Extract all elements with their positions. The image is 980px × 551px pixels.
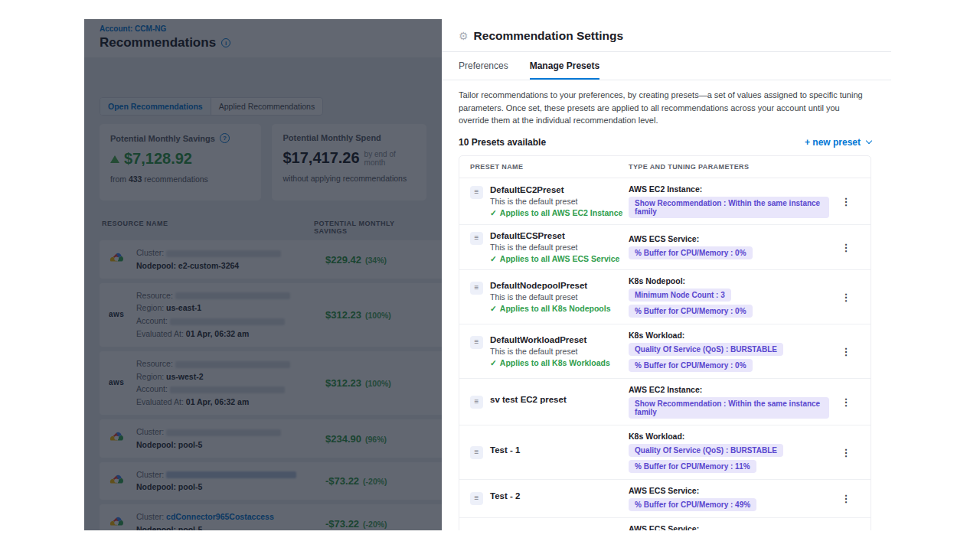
drag-handle-icon[interactable]: ≡ — [470, 232, 483, 245]
presets-table: PRESET NAME TYPE AND TUNING PARAMETERS ≡… — [459, 155, 871, 531]
drag-handle-icon[interactable]: ≡ — [470, 282, 483, 295]
recommendation-row[interactable]: awsResource: Region: us-west-2Account: E… — [100, 351, 442, 415]
preset-description: This is the default preset — [490, 243, 619, 252]
preset-name-block: DefaultECSPresetThis is the default pres… — [490, 231, 619, 263]
kebab-menu-button[interactable]: ⋮ — [841, 493, 851, 504]
preset-name-cell: ≡DefaultEC2PresetThis is the default pre… — [470, 185, 629, 217]
savings-amount: $229.42 — [325, 254, 361, 266]
preset-name: DefaultECSPreset — [490, 231, 619, 240]
gcp-cloud-icon — [109, 431, 124, 445]
savings-amount: -$73.22 — [325, 475, 359, 487]
preset-name-cell: ≡Test - 1 — [470, 445, 629, 459]
preset-row[interactable]: ≡DefaultEC2PresetThis is the default pre… — [459, 178, 871, 225]
preset-description: This is the default preset — [490, 197, 622, 206]
kebab-menu-button[interactable]: ⋮ — [841, 196, 851, 207]
preset-row[interactable]: ≡Test - 1K8s Workload:Quality Of Service… — [459, 425, 871, 480]
preset-type-cell: AWS EC2 Instance:Show Recommendation : W… — [629, 184, 829, 218]
preset-name-block: DefaultNodepoolPresetThis is the default… — [490, 281, 611, 313]
resource-detail-line: Nodepool: pool-5 — [136, 481, 325, 494]
spend-amount: $17,417.26 — [283, 149, 359, 167]
new-preset-button[interactable]: + new preset — [805, 137, 871, 148]
detail-label: Account: — [136, 316, 170, 325]
preset-type-cell: AWS ECS Service:% Buffer for CPU/Memory … — [629, 486, 829, 511]
detail-label: Nodepool: — [136, 440, 178, 449]
cluster-link[interactable]: cdConnector965Costaccess — [166, 512, 274, 521]
resource-detail-line: Resource: — [136, 289, 325, 302]
redacted-value — [166, 250, 281, 257]
savings-amount: $312.23 — [325, 309, 361, 321]
preset-row[interactable]: ≡sv test EC2 presetAWS EC2 Instance:Show… — [459, 379, 871, 425]
detail-label: Cluster: — [136, 248, 166, 257]
preset-name-cell: ≡sv test EC2 preset — [470, 395, 629, 409]
tab-applied-recommendations[interactable]: Applied Recommendations — [211, 98, 323, 115]
detail-value: pool-5 — [178, 440, 203, 449]
preset-type-label: AWS EC2 Instance: — [629, 385, 829, 394]
row-actions-cell: ⋮ — [829, 395, 863, 409]
settings-title: Recommendation Settings — [474, 29, 624, 43]
kebab-menu-button[interactable]: ⋮ — [841, 447, 851, 458]
spend-card-label: Potential Monthly Spend — [283, 133, 381, 142]
savings-amount: $312.23 — [325, 377, 361, 389]
preset-name-block: Test - 2 — [490, 491, 520, 500]
preset-row[interactable]: ≡DefaultNodepoolPresetThis is the defaul… — [459, 270, 871, 324]
detail-value: us-east-1 — [166, 303, 201, 312]
savings-cell: $234.90(96%) — [325, 432, 387, 445]
preset-name: DefaultEC2Preset — [490, 185, 622, 194]
row-actions-cell: ⋮ — [829, 240, 863, 254]
preset-name-block: Test - 3 — [490, 530, 520, 530]
tab-preferences[interactable]: Preferences — [459, 60, 508, 80]
preset-row[interactable]: ≡Test - 3AWS ECS Service:% Buffer for CP… — [459, 518, 871, 531]
spend-amount-suffix: by end of month — [364, 150, 416, 167]
detail-label: Nodepool: — [136, 482, 178, 491]
tuning-chip: % Buffer for CPU/Memory : 49% — [629, 498, 756, 511]
detail-label: Region: — [136, 303, 166, 312]
tuning-chip: Quality Of Service (QoS) : BURSTABLE — [629, 444, 783, 457]
preset-description: This is the default preset — [490, 347, 610, 356]
recommendations-page: Account: CCM-NG Recommendations i Open R… — [84, 19, 442, 530]
redacted-value — [166, 429, 281, 436]
drag-handle-icon[interactable]: ≡ — [470, 336, 483, 349]
preset-type-label: K8s Nodepool: — [629, 276, 829, 285]
kebab-menu-button[interactable]: ⋮ — [841, 292, 851, 303]
preset-row[interactable]: ≡DefaultECSPresetThis is the default pre… — [459, 225, 871, 270]
preset-row[interactable]: ≡DefaultWorkloadPresetThis is the defaul… — [459, 324, 871, 379]
resource-detail-line: Region: us-east-1 — [136, 302, 325, 315]
preset-row[interactable]: ≡Test - 2AWS ECS Service:% Buffer for CP… — [459, 480, 871, 518]
preset-type-label: K8s Workload: — [629, 432, 829, 441]
savings-amount: -$73.22 — [325, 518, 359, 530]
potential-monthly-savings-card: Potential Monthly Savings ? $7,128.92 fr… — [100, 124, 261, 201]
savings-subtext: from 433 recommendations — [110, 174, 250, 184]
page-title: Recommendations — [100, 35, 216, 51]
presets-table-header: PRESET NAME TYPE AND TUNING PARAMETERS — [459, 156, 871, 178]
account-breadcrumb[interactable]: Account: CCM-NG — [100, 24, 426, 33]
drag-handle-icon[interactable]: ≡ — [470, 396, 483, 409]
kebab-menu-button[interactable]: ⋮ — [841, 396, 851, 408]
detail-label: Cluster: — [136, 427, 166, 436]
recommendation-row[interactable]: awsResource: Region: us-east-1Account: E… — [100, 283, 442, 347]
tab-open-recommendations[interactable]: Open Recommendations — [100, 98, 211, 115]
preset-name: DefaultNodepoolPreset — [490, 281, 611, 290]
drag-handle-icon[interactable]: ≡ — [470, 446, 483, 459]
savings-cell: -$73.22(-20%) — [325, 474, 387, 487]
kebab-menu-button[interactable]: ⋮ — [841, 242, 851, 253]
recommendation-row[interactable]: Cluster: Nodepool: pool-5$234.90(96%) — [100, 419, 442, 458]
drag-handle-icon[interactable]: ≡ — [470, 492, 483, 505]
help-icon[interactable]: ? — [220, 133, 230, 143]
preset-type-cell: AWS ECS Service:% Buffer for CPU/Memory … — [629, 234, 829, 259]
tab-manage-presets[interactable]: Manage Presets — [530, 60, 599, 80]
preset-name: sv test EC2 preset — [490, 395, 567, 404]
recommendation-row[interactable]: Cluster: cdConnector965CostaccessNodepoo… — [100, 504, 442, 530]
info-icon[interactable]: i — [221, 38, 230, 47]
recommendation-row[interactable]: Cluster: Nodepool: pool-5-$73.22(-20%) — [100, 462, 442, 500]
resource-detail-line: Evaluated At: 01 Apr, 06:32 am — [136, 396, 325, 409]
recommendation-row[interactable]: Cluster: Nodepool: e2-custom-3264$229.42… — [100, 240, 442, 279]
drag-handle-icon[interactable]: ≡ — [470, 186, 483, 199]
row-actions-cell: ⋮ — [829, 530, 863, 530]
column-type-tuning-parameters: TYPE AND TUNING PARAMETERS — [629, 163, 749, 171]
spend-subtext: without applying recommendations — [283, 174, 416, 183]
kebab-menu-button[interactable]: ⋮ — [841, 346, 851, 357]
resource-detail-line: Nodepool: pool-5 — [136, 439, 325, 452]
preset-type-cell: K8s Nodepool:Minimum Node Count : 3% Buf… — [629, 276, 829, 318]
detail-label: Account: — [136, 384, 170, 393]
resource-detail-line: Evaluated At: 01 Apr, 06:32 am — [136, 328, 325, 341]
